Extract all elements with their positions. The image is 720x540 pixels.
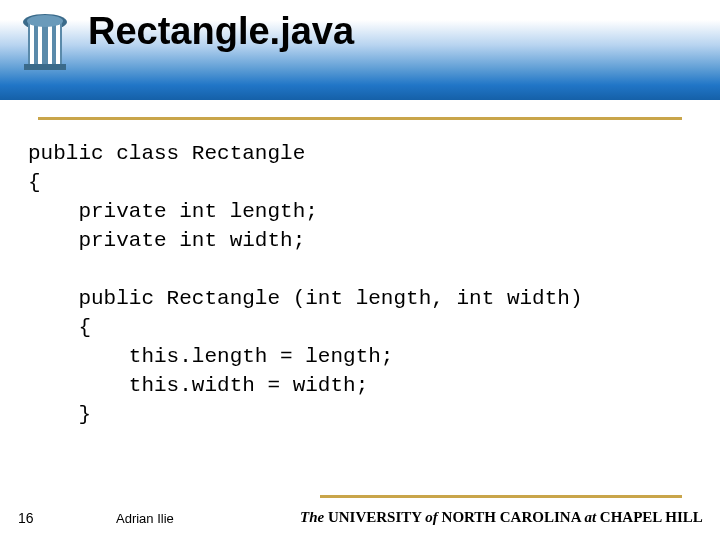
code-line: private int length;: [28, 200, 318, 223]
code-line: public class Rectangle: [28, 142, 305, 165]
code-line: }: [28, 403, 91, 426]
code-line: {: [28, 171, 41, 194]
svg-rect-4: [48, 24, 52, 64]
code-line: private int width;: [28, 229, 305, 252]
page-number: 16: [18, 510, 34, 526]
svg-rect-6: [24, 64, 66, 70]
divider-bottom: [320, 495, 682, 498]
svg-point-7: [27, 15, 63, 27]
code-line: this.width = width;: [28, 374, 368, 397]
svg-rect-5: [56, 24, 60, 64]
svg-rect-2: [30, 24, 34, 64]
slide-title: Rectangle.java: [88, 10, 354, 53]
divider-top: [38, 117, 682, 120]
code-block: public class Rectangle { private int len…: [28, 140, 700, 430]
code-line: this.length = length;: [28, 345, 393, 368]
svg-rect-3: [38, 24, 42, 64]
code-line: public Rectangle (int length, int width): [28, 287, 583, 310]
header-band: Rectangle.java: [0, 0, 720, 100]
affiliation: The UNIVERSITY of NORTH CAROLINA at CHAP…: [300, 509, 703, 526]
unc-well-logo: [14, 10, 76, 72]
code-line: {: [28, 316, 91, 339]
author: Adrian Ilie: [116, 511, 174, 526]
